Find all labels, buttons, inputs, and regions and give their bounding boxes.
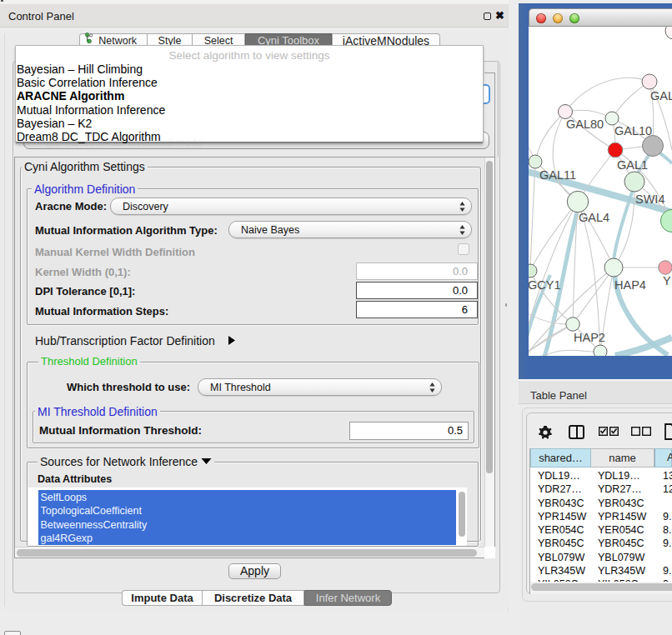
svg-text:SWI4: SWI4 xyxy=(635,192,664,206)
svg-text:GAL11: GAL11 xyxy=(539,168,576,182)
svg-text:GCY1: GCY1 xyxy=(529,278,561,292)
svg-text:GAL4: GAL4 xyxy=(579,211,609,224)
svg-text:GAL10: GAL10 xyxy=(614,124,652,138)
svg-text:HAP4: HAP4 xyxy=(614,278,646,292)
svg-text:HAP2: HAP2 xyxy=(574,331,605,344)
svg-text:GAL80: GAL80 xyxy=(566,118,604,131)
svg-text:Y: Y xyxy=(663,274,671,288)
svg-text:GAL1: GAL1 xyxy=(617,158,648,172)
svg-text:GAL: GAL xyxy=(650,89,672,102)
